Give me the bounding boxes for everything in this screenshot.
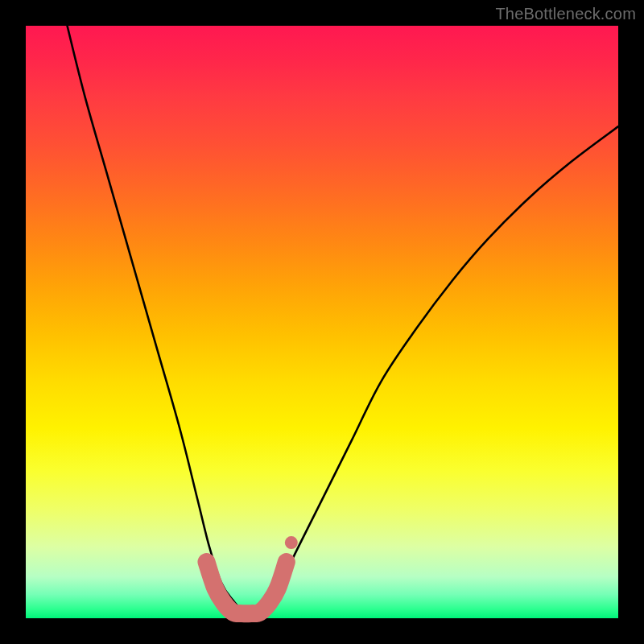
watermark-text: TheBottleneck.com: [495, 5, 636, 23]
curves-layer: [26, 26, 618, 618]
bottleneck-curve: [68, 26, 618, 614]
chart-frame: TheBottleneck.com: [0, 0, 644, 644]
optimal-range-band: [206, 562, 286, 613]
plot-area: [26, 26, 618, 618]
optimal-range-overlay: [206, 536, 297, 613]
optimal-range-end-dot: [285, 536, 298, 549]
